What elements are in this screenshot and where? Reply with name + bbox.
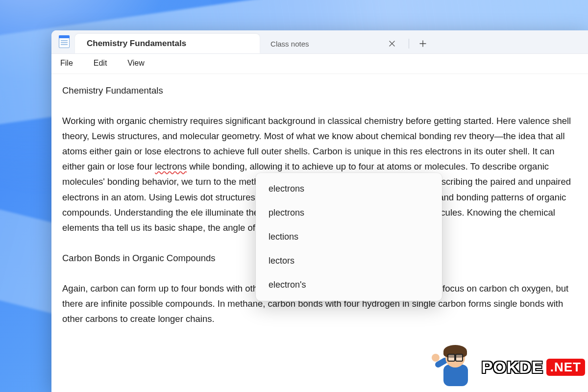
mascot-icon [435,345,479,389]
menu-edit[interactable]: Edit [94,59,107,68]
menubar: File Edit View [51,54,588,74]
menu-file[interactable]: File [60,59,73,68]
new-tab-button[interactable] [414,35,432,52]
menu-view[interactable]: View [127,59,144,68]
close-icon[interactable] [386,38,398,49]
tab-divider [409,39,409,49]
tab-inactive[interactable]: Class notes [260,34,407,53]
suggestion-item[interactable]: electrons [256,177,442,201]
tab-active[interactable]: Chemistry Fundamentals [75,34,260,53]
titlebar: Chemistry Fundamentals Class notes [51,30,588,54]
suggestion-item[interactable]: plectrons [256,201,442,225]
misspelled-word[interactable]: lectrons [155,161,187,172]
app-icon [57,35,71,49]
watermark: POKDE.NET [435,345,585,389]
tab-active-title: Chemistry Fundamentals [87,39,186,49]
notepad-icon [59,35,70,48]
suggestion-item[interactable]: electron's [256,273,442,297]
suggestion-item[interactable]: lections [256,225,442,249]
doc-heading: Chemistry Fundamentals [62,83,577,98]
watermark-tld: .NET [546,359,585,376]
tab-inactive-title: Class notes [270,40,309,48]
watermark-brand: POKDE [482,358,543,377]
spellcheck-menu: electrons plectrons lections lectors ele… [256,173,442,301]
suggestion-item[interactable]: lectors [256,249,442,273]
